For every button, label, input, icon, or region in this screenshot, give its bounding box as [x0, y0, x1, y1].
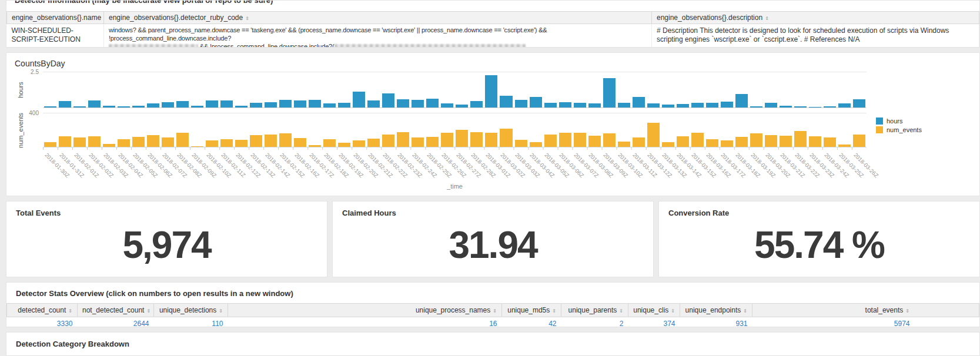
bar-num_events[interactable] [780, 136, 792, 147]
unique-clis-link[interactable]: 374 [628, 317, 680, 327]
bar-hours[interactable] [721, 102, 733, 108]
bar-hours[interactable] [176, 101, 189, 108]
bar-num_events[interactable] [44, 142, 56, 147]
bar-hours[interactable] [191, 106, 203, 108]
bar-num_events[interactable] [441, 133, 453, 147]
column-header-total-events[interactable]: total_events⇕ [752, 303, 979, 317]
bar-num_events[interactable] [103, 144, 115, 147]
bar-hours[interactable] [750, 106, 762, 108]
claimed-hours-value[interactable]: 31.94 [333, 217, 653, 276]
unique-process-names-link[interactable]: 16 [228, 317, 502, 327]
bar-num_events[interactable] [220, 139, 233, 147]
unique-parents-link[interactable]: 2 [561, 317, 628, 327]
bar-num_events[interactable] [765, 135, 777, 147]
unique-md5s-link[interactable]: 42 [502, 317, 561, 327]
sort-icon[interactable]: ⇕ [68, 308, 72, 314]
bar-num_events[interactable] [59, 136, 71, 147]
bar-num_events[interactable] [294, 138, 306, 147]
unique-endpoints-link[interactable]: 931 [680, 317, 752, 327]
bar-num_events[interactable] [250, 135, 262, 147]
bar-num_events[interactable] [794, 131, 807, 147]
bar-num_events[interactable] [853, 135, 865, 147]
bar-num_events[interactable] [88, 136, 101, 147]
bar-num_events[interactable] [412, 137, 424, 147]
sort-icon[interactable]: ⇕ [905, 308, 909, 314]
bar-hours[interactable] [250, 103, 262, 108]
bar-hours[interactable] [500, 96, 512, 108]
bar-hours[interactable] [515, 100, 527, 108]
bar-hours[interactable] [162, 102, 174, 108]
bar-num_events[interactable] [662, 142, 674, 147]
bar-num_events[interactable] [309, 145, 321, 147]
bar-hours[interactable] [235, 106, 247, 108]
bar-num_events[interactable] [824, 137, 836, 147]
bar-num_events[interactable] [500, 129, 512, 147]
bar-hours[interactable] [441, 103, 453, 108]
bar-hours[interactable] [618, 103, 630, 108]
bar-num_events[interactable] [691, 133, 704, 147]
bar-hours[interactable] [780, 106, 792, 108]
bar-hours[interactable] [73, 106, 86, 108]
bar-num_events[interactable] [279, 133, 292, 147]
column-header-unique-detections[interactable]: unique_detections⇕ [154, 303, 228, 317]
bar-hours[interactable] [456, 105, 468, 108]
bar-num_events[interactable] [750, 133, 762, 147]
sort-icon[interactable]: ⇕ [765, 16, 769, 21]
column-header-not-detected-count[interactable]: not_detected_count⇕ [78, 303, 154, 317]
bar-num_events[interactable] [544, 135, 557, 147]
bar-num_events[interactable] [147, 135, 159, 147]
bar-hours[interactable] [412, 100, 424, 108]
bar-num_events[interactable] [162, 137, 174, 147]
bar-num_events[interactable] [397, 132, 409, 147]
bar-hours[interactable] [677, 104, 689, 108]
column-header-unique-endpoints[interactable]: unique_endpoints⇕ [680, 303, 752, 317]
sort-icon[interactable]: ⇕ [146, 308, 150, 314]
bar-num_events[interactable] [206, 140, 218, 147]
total-events-link[interactable]: 5974 [752, 317, 979, 327]
bar-num_events[interactable] [735, 137, 748, 147]
bar-hours[interactable] [838, 103, 851, 108]
bar-num_events[interactable] [485, 133, 497, 147]
bar-hours[interactable] [559, 102, 571, 108]
bar-num_events[interactable] [353, 140, 365, 147]
bar-num_events[interactable] [721, 140, 733, 147]
bar-num_events[interactable] [706, 139, 718, 147]
bar-hours[interactable] [44, 106, 56, 108]
bar-hours[interactable] [735, 94, 748, 108]
bar-hours[interactable] [265, 102, 277, 108]
bar-num_events[interactable] [530, 142, 542, 147]
bar-hours[interactable] [530, 97, 542, 108]
bar-hours[interactable] [294, 100, 306, 108]
bar-num_events[interactable] [118, 139, 130, 147]
sort-icon[interactable]: ⇕ [671, 308, 675, 314]
bar-hours[interactable] [397, 99, 409, 108]
bar-hours[interactable] [633, 97, 645, 108]
bar-num_events[interactable] [338, 143, 350, 147]
bar-num_events[interactable] [265, 135, 277, 147]
detected-count-link[interactable]: 3330 [7, 317, 78, 327]
sort-icon[interactable]: ⇕ [552, 308, 556, 314]
column-header-description[interactable]: engine_observations{}.description⇕ [652, 12, 979, 24]
bar-hours[interactable] [338, 103, 350, 108]
bar-num_events[interactable] [618, 142, 630, 147]
bar-num_events[interactable] [633, 137, 645, 147]
bar-hours[interactable] [809, 107, 821, 108]
bar-num_events[interactable] [809, 136, 821, 147]
bar-hours[interactable] [353, 92, 365, 108]
bar-hours[interactable] [765, 103, 777, 108]
sort-icon[interactable]: ⇕ [219, 308, 223, 314]
bar-hours[interactable] [647, 103, 660, 108]
bar-hours[interactable] [367, 100, 380, 108]
bar-hours[interactable] [426, 99, 439, 108]
bar-hours[interactable] [794, 106, 807, 108]
bar-hours[interactable] [118, 106, 130, 108]
sort-icon[interactable]: ⇕ [619, 308, 623, 314]
bar-hours[interactable] [853, 99, 865, 108]
bar-hours[interactable] [88, 100, 101, 108]
bar-num_events[interactable] [456, 130, 468, 147]
column-header-unique-parents[interactable]: unique_parents⇕ [561, 303, 628, 317]
column-header-unique-md5s[interactable]: unique_md5s⇕ [502, 303, 561, 317]
bar-hours[interactable] [132, 106, 145, 108]
bar-num_events[interactable] [382, 135, 394, 147]
column-header-detected-count[interactable]: detected_count⇕ [7, 303, 78, 317]
